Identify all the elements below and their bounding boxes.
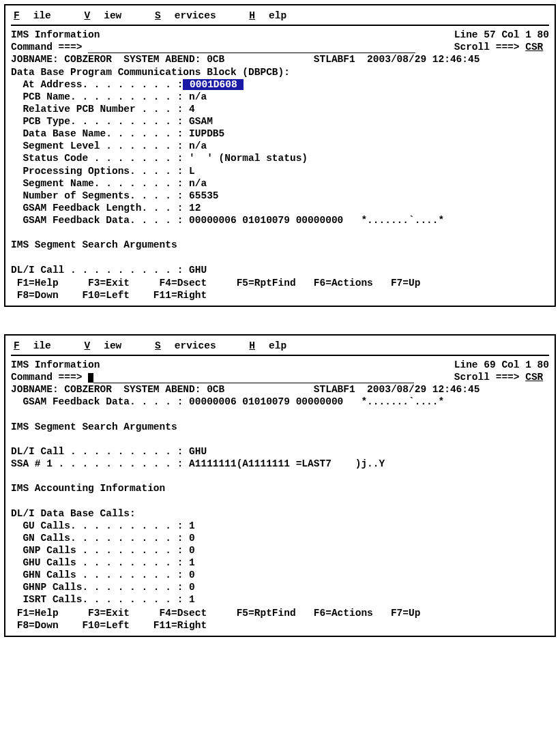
body-row: GHN Calls . . . . . . . . : 0 (11, 569, 549, 581)
body-row: Relative PCB Number . . . : 4 (11, 103, 549, 115)
fkey-row-2[interactable]: F8=Down F10=Left F11=Right (11, 289, 549, 301)
body-rows-2: GSAM Feedback Data. . . . : 00000006 010… (11, 396, 549, 606)
menu-services[interactable]: Services (155, 340, 230, 351)
position-indicator: Line 69 Col 1 80 (454, 359, 549, 371)
body-row (11, 251, 549, 263)
body-row: Processing Options. . . . : L (11, 165, 549, 177)
fkey-row-1[interactable]: F1=Help F3=Exit F4=Dsect F5=RptFind F6=A… (11, 277, 549, 289)
menu-view[interactable]: View (85, 340, 136, 351)
body-row: DL/I Call . . . . . . . . . : GHU (11, 445, 549, 458)
body-row: Data Base Name. . . . . . : IUPDB5 (11, 128, 549, 140)
menu-bar: File View Services Help (11, 8, 549, 23)
cursor[interactable] (88, 373, 93, 383)
body-row (11, 226, 549, 239)
body-row: DL/I Call . . . . . . . . . : GHU (11, 264, 549, 276)
scroll-area: Scroll ===> CSR (454, 41, 549, 53)
menu-separator (11, 355, 549, 356)
body-row: Status Code . . . . . . . : ' ' (Normal … (11, 152, 549, 164)
body-row: DL/I Data Base Calls: (11, 507, 549, 520)
dbpcb-header: Data Base Program Communications Block (… (11, 66, 549, 78)
body-row: GHNP Calls. . . . . . . . : 0 (11, 581, 549, 593)
fkeys-1: F1=Help F3=Exit F4=Dsect F5=RptFind F6=A… (11, 277, 549, 301)
command-line: Command ===> Scroll ===> CSR (11, 41, 549, 53)
body-row: PCB Type. . . . . . . . . : GSAM (11, 115, 549, 128)
body-row: GSAM Feedback Data. . . . : 00000006 010… (11, 396, 549, 408)
scroll-value[interactable]: CSR (525, 41, 543, 53)
body-row: SSA # 1 . . . . . . . . . . : A1111111(A… (11, 458, 549, 470)
menu-bar: File View Services Help (11, 338, 549, 353)
panel-title: IMS Information (11, 359, 100, 371)
command-label: Command ===> (11, 41, 415, 53)
fkeys-2: F1=Help F3=Exit F4=Dsect F5=RptFind F6=A… (11, 607, 549, 632)
title-line: IMS Information Line 69 Col 1 80 (11, 359, 549, 371)
body-row (11, 433, 549, 445)
body-row: GSAM Feedback Data. . . . : 00000006 010… (11, 214, 549, 226)
body-row: GHU Calls . . . . . . . . : 1 (11, 557, 549, 569)
body-row: Number of Segments. . . . : 65535 (11, 190, 549, 202)
body-row: GNP Calls . . . . . . . . : 0 (11, 544, 549, 557)
menu-view[interactable]: View (85, 10, 136, 21)
title-line: IMS Information Line 57 Col 1 80 (11, 29, 549, 41)
body-row: IMS Segment Search Arguments (11, 239, 549, 251)
menu-separator (11, 25, 549, 26)
at-address-row: At Address. . . . . . . . : 0001D608 (11, 78, 549, 91)
menu-help[interactable]: Help (249, 10, 300, 21)
command-input[interactable] (88, 43, 415, 53)
command-input[interactable] (93, 373, 414, 383)
body-row: PCB Name. . . . . . . . . : n/a (11, 91, 549, 103)
scroll-value[interactable]: CSR (525, 371, 543, 383)
body-row: Segment Level . . . . . . : n/a (11, 140, 549, 152)
fkey-row-2[interactable]: F8=Down F10=Left F11=Right (11, 619, 549, 632)
body-row (11, 470, 549, 482)
command-line: Command ===> Scroll ===> CSR (11, 371, 549, 383)
menu-services[interactable]: Services (155, 10, 230, 21)
fkey-row-1[interactable]: F1=Help F3=Exit F4=Dsect F5=RptFind F6=A… (11, 607, 549, 619)
body-row: GN Calls. . . . . . . . . : 0 (11, 532, 549, 544)
position-indicator: Line 57 Col 1 80 (454, 29, 549, 41)
body-rows-1: PCB Name. . . . . . . . . : n/a Relative… (11, 91, 549, 276)
body-row: IMS Segment Search Arguments (11, 421, 549, 433)
menu-help[interactable]: Help (249, 340, 300, 351)
body-row (11, 494, 549, 507)
body-row: GU Calls. . . . . . . . . : 1 (11, 520, 549, 532)
terminal-screen-2: File View Services Help IMS Information … (4, 334, 556, 637)
body-row: ISRT Calls. . . . . . . . : 1 (11, 593, 549, 606)
job-line: JOBNAME: COBZEROR SYSTEM ABEND: 0CB STLA… (11, 53, 549, 65)
command-label: Command ===> (11, 371, 414, 383)
panel-title: IMS Information (11, 29, 100, 41)
job-line: JOBNAME: COBZEROR SYSTEM ABEND: 0CB STLA… (11, 383, 549, 396)
menu-file[interactable]: File (14, 10, 65, 21)
body-row: IMS Accounting Information (11, 482, 549, 494)
body-row: Segment Name. . . . . . . : n/a (11, 177, 549, 190)
scroll-area: Scroll ===> CSR (454, 371, 549, 383)
body-row: GSAM Feedback Length. . . : 12 (11, 202, 549, 214)
terminal-screen-1: File View Services Help IMS Information … (4, 4, 556, 307)
body-row (11, 409, 549, 421)
at-address-value[interactable]: 0001D608 (183, 79, 244, 90)
menu-file[interactable]: File (14, 340, 65, 351)
